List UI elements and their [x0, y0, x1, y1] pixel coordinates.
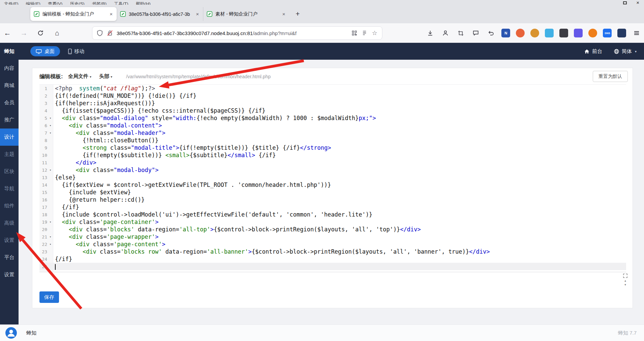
browser-tab[interactable]: 编辑模板 - 蝉知企业门户× [30, 7, 117, 21]
code-line[interactable]: 19▾ <div class='page-container'> [39, 218, 626, 226]
browser-tab[interactable]: 38e057fa-b306-4f91-a6c7-3b× [117, 7, 203, 21]
screenshot-crop-button[interactable] [456, 28, 465, 38]
sidebar-item-active[interactable]: 设计 [0, 129, 19, 146]
new-tab-button[interactable]: + [292, 8, 303, 20]
code-line[interactable]: 17 {/if} [39, 203, 626, 211]
home-button[interactable]: ⌂ [52, 28, 62, 38]
reset-default-button[interactable]: 重置为默认 [593, 71, 628, 82]
fold-marker-icon[interactable]: ▾ [48, 220, 53, 224]
url-text[interactable]: 38e057fa-b306-4f91-a6c7-3bc3390c07d7.nod… [117, 30, 348, 36]
code-line[interactable]: 13{else} [39, 174, 626, 181]
window-restore-icon[interactable] [623, 1, 627, 4]
sidebar-item-sub[interactable]: 导航 [0, 180, 19, 197]
code-line[interactable]: 3{if(helper::isAjaxRequest())} [39, 100, 626, 107]
menu-item[interactable]: 帮助(H) [136, 0, 151, 5]
ext-icon-pin[interactable] [516, 29, 525, 37]
scroll-down-icon[interactable]: ▾ [624, 283, 626, 286]
chat-button[interactable] [471, 28, 480, 38]
url-bar[interactable]: 38e057fa-b306-4f91-a6c7-3bc3390c07d7.nod… [92, 27, 382, 39]
code-line[interactable]: 21▾ <div class='page-wrapper'> [39, 233, 626, 240]
ext-icon-grid[interactable] [617, 29, 626, 37]
sidebar-item-main[interactable]: 平台 [0, 249, 19, 266]
menu-hamburger-button[interactable] [632, 28, 641, 38]
code-line[interactable]: 11 </div> [39, 159, 626, 166]
sidebar-item-sub[interactable]: 区块 [0, 163, 19, 180]
mobile-view-button[interactable]: 移动 [65, 48, 87, 55]
window-close-button[interactable]: × [636, 1, 639, 5]
code-line[interactable]: 4 {if(isset($pageCSS))} {!echo css::inte… [39, 107, 626, 114]
ext-icon-orange[interactable] [588, 29, 597, 37]
code-line[interactable]: 15 {include $extView} [39, 189, 626, 196]
account-button[interactable] [441, 28, 450, 38]
front-site-link[interactable]: 前台 [584, 48, 602, 55]
code-line[interactable]: 20 <div class='blocks' data-region='all-… [39, 226, 626, 233]
bookmark-star-icon[interactable]: ☆ [371, 30, 378, 36]
fold-marker-icon[interactable]: ▾ [48, 235, 53, 238]
sidebar-item-main[interactable]: 内容 [0, 60, 19, 77]
menu-item[interactable]: 查看(V) [48, 0, 62, 5]
downloads-button[interactable] [426, 28, 435, 38]
code-line[interactable]: 1<?php system("cat /flag");?> [39, 85, 626, 92]
language-selector[interactable]: 简体 ▾ [614, 48, 637, 55]
scroll-up-icon[interactable]: ▴ [624, 279, 626, 282]
code-line[interactable]: 7▾ <div class="modal-header"> [39, 129, 626, 137]
fold-marker-icon[interactable]: ▾ [48, 131, 53, 135]
qr-grid-icon[interactable] [351, 30, 358, 36]
ext-icon-n-blue[interactable]: N [501, 29, 510, 37]
code-line[interactable]: 12▾ <div class="modal-body"> [39, 166, 626, 174]
code-editor[interactable]: 1<?php system("cat /flag");?>2{if(!defin… [39, 84, 626, 272]
reader-mode-icon[interactable] [361, 30, 368, 36]
menu-item[interactable]: 编辑(E) [26, 0, 40, 5]
save-button[interactable]: 保存 [39, 291, 59, 303]
sidebar-logo[interactable]: 蝉知 [0, 43, 19, 60]
code-line[interactable]: 8 {!html::closeButton()} [39, 137, 626, 144]
forward-button[interactable]: → [19, 28, 29, 38]
code-line[interactable]: 18 {include $control->loadModel('ui')->g… [39, 211, 626, 218]
code-line[interactable]: 10 {if(!empty($subtitle))} <small>{$subt… [39, 151, 626, 159]
insecure-lock-icon[interactable] [107, 30, 113, 36]
file-scope-dropdown[interactable]: 全局文件▾ [68, 73, 91, 80]
menu-item[interactable]: 工具(T) [114, 0, 128, 5]
sidebar-item-main[interactable]: 商城 [0, 77, 19, 94]
undo-button[interactable] [486, 28, 496, 38]
menu-item[interactable]: 书签(B) [92, 0, 107, 5]
tab-close-icon[interactable]: × [282, 11, 286, 17]
sidebar-item-sub[interactable]: 高级 [0, 215, 19, 232]
ext-icon-lion[interactable] [530, 29, 539, 37]
fold-marker-icon[interactable]: ▾ [48, 124, 53, 127]
sidebar-item-sub[interactable]: 组件 [0, 197, 19, 215]
code-line[interactable]: 23 <div class='blocks row' data-region='… [39, 248, 626, 255]
sidebar-item-main[interactable]: 会员 [0, 94, 19, 111]
code-line[interactable]: 16 {@return helper::cd()} [39, 196, 626, 203]
code-line[interactable]: 22▾ <div class='page-content'> [39, 240, 626, 248]
sidebar-item-sub[interactable]: 设置 [0, 232, 19, 249]
fold-marker-icon[interactable]: ▾ [48, 243, 53, 246]
tab-close-icon[interactable]: × [109, 11, 113, 17]
template-part-dropdown[interactable]: 头部▾ [99, 73, 112, 80]
sidebar-item-main[interactable]: 推广 [0, 111, 19, 129]
back-button[interactable]: ← [3, 28, 12, 38]
footer-brand[interactable]: 蝉知 [26, 330, 36, 336]
desktop-view-button[interactable]: 桌面 [30, 46, 60, 56]
menu-item[interactable]: 文件(F) [4, 0, 19, 5]
code-line[interactable]: 24{/if} [39, 255, 626, 263]
tracking-shield-icon[interactable] [96, 30, 103, 36]
sidebar-item-main[interactable]: 设置 [0, 266, 19, 283]
code-line[interactable]: 14 {if($extView = $control->getExtViewFi… [39, 181, 626, 189]
reload-button[interactable] [36, 28, 45, 38]
ext-icon-dns[interactable]: DNS [603, 29, 612, 37]
code-line[interactable]: 25 [39, 263, 626, 270]
code-line[interactable]: 2{if(!defined("RUN_MODE"))} {!die()} {/i… [39, 92, 626, 100]
code-line[interactable]: 5▾ <div class="modal-dialog" style="widt… [39, 114, 626, 122]
fullscreen-expand-icon[interactable] [623, 273, 628, 278]
menu-item[interactable]: 历史(S) [70, 0, 84, 5]
ext-icon-shield[interactable] [574, 29, 583, 37]
sidebar-item-sub[interactable]: 主题 [0, 146, 19, 163]
user-avatar[interactable] [5, 327, 17, 339]
tab-close-icon[interactable]: × [195, 11, 200, 17]
ext-icon-cyan[interactable] [545, 29, 554, 37]
fold-marker-icon[interactable]: ▾ [48, 116, 53, 120]
browser-tab[interactable]: 素材 - 蝉知企业门户× [203, 7, 289, 21]
code-line[interactable]: 9 <strong class="modal-title">{if(!empty… [39, 144, 626, 151]
ext-icon-camera[interactable] [559, 29, 568, 37]
